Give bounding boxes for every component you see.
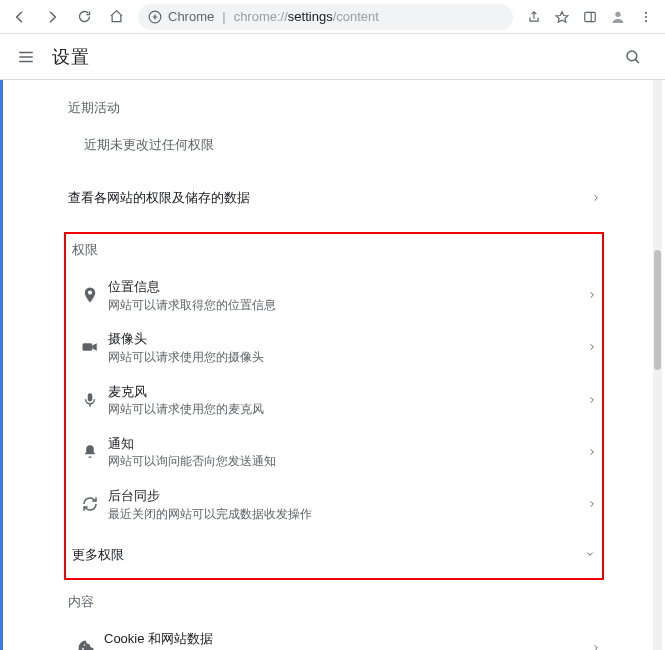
row-title: 麦克风 [108, 382, 264, 402]
row-title: 通知 [108, 434, 276, 454]
row-title: 位置信息 [108, 277, 276, 297]
svg-point-7 [645, 20, 647, 22]
search-button[interactable] [619, 43, 647, 71]
row-label: 查看各网站的权限及储存的数据 [68, 188, 250, 208]
svg-point-17 [82, 647, 84, 649]
menu-button[interactable] [12, 43, 40, 71]
permission-row-location[interactable]: 位置信息 网站可以请求取得您的位置信息 [68, 269, 600, 321]
reload-button[interactable] [70, 3, 98, 31]
svg-line-12 [635, 59, 639, 63]
permission-row-camera[interactable]: 摄像头 网站可以请求使用您的摄像头 [68, 321, 600, 373]
chevron-right-icon [592, 192, 600, 204]
back-button[interactable] [6, 3, 34, 31]
content-area: 近期活动 近期未更改过任何权限 查看各网站的权限及储存的数据 权限 [0, 80, 665, 650]
row-sub: 最近关闭的网站可以完成数据收发操作 [108, 506, 312, 523]
site-info-icon[interactable] [148, 10, 162, 24]
svg-point-11 [627, 51, 637, 61]
sync-icon [72, 495, 108, 513]
url-display: chrome://settings/content [234, 9, 379, 24]
row-sub: 网站可以询问能否向您发送通知 [108, 453, 276, 470]
svg-point-6 [645, 15, 647, 17]
chevron-right-icon [588, 394, 596, 406]
chevron-right-icon [588, 341, 596, 353]
row-title: 摄像头 [108, 329, 264, 349]
page-title: 设置 [52, 45, 90, 69]
share-button[interactable] [521, 3, 547, 31]
microphone-icon [72, 391, 108, 409]
recent-empty-text: 近期未更改过任何权限 [64, 127, 604, 174]
row-label: 更多权限 [72, 545, 124, 565]
omnibox-separator: | [222, 9, 225, 24]
omnibox[interactable]: Chrome | chrome://settings/content [138, 4, 513, 30]
svg-point-5 [645, 11, 647, 13]
row-sub: 网站可以请求使用您的摄像头 [108, 349, 264, 366]
svg-point-4 [615, 11, 620, 16]
row-sub: 网站可以请求使用您的麦克风 [108, 401, 264, 418]
row-sub: 网站可以请求取得您的位置信息 [108, 297, 276, 314]
svg-marker-14 [92, 344, 97, 352]
forward-button[interactable] [38, 3, 66, 31]
side-panel-button[interactable] [577, 3, 603, 31]
svg-marker-1 [556, 11, 568, 22]
chevron-right-icon [592, 642, 600, 650]
section-content-heading: 内容 [64, 580, 604, 621]
permission-row-microphone[interactable]: 麦克风 网站可以请求使用您的麦克风 [68, 374, 600, 426]
chevron-right-icon [588, 289, 596, 301]
kebab-menu[interactable] [633, 3, 659, 31]
more-permissions-row[interactable]: 更多权限 [68, 530, 600, 578]
svg-rect-15 [88, 393, 93, 401]
settings-header: 设置 [0, 34, 665, 80]
chevron-down-icon [584, 550, 596, 558]
browser-toolbar: Chrome | chrome://settings/content [0, 0, 665, 34]
svg-rect-2 [585, 12, 596, 21]
chevron-right-icon [588, 498, 596, 510]
home-button[interactable] [102, 3, 130, 31]
section-recent-heading: 近期活动 [64, 86, 604, 127]
permission-row-background-sync[interactable]: 后台同步 最近关闭的网站可以完成数据收发操作 [68, 478, 600, 530]
chevron-right-icon [588, 446, 596, 458]
scrollbar-thumb[interactable] [654, 250, 661, 370]
profile-button[interactable] [605, 3, 631, 31]
bookmark-button[interactable] [549, 3, 575, 31]
site-chip: Chrome [168, 9, 214, 24]
view-all-sites-row[interactable]: 查看各网站的权限及储存的数据 [64, 174, 604, 222]
row-title: Cookie 和网站数据 [104, 629, 217, 649]
camera-icon [72, 338, 108, 356]
bell-icon [72, 443, 108, 461]
permission-row-notifications[interactable]: 通知 网站可以询问能否向您发送通知 [68, 426, 600, 478]
svg-point-19 [84, 644, 86, 646]
cookie-icon [68, 639, 104, 650]
svg-rect-13 [83, 344, 93, 352]
location-icon [72, 286, 108, 304]
permissions-highlight: 权限 位置信息 网站可以请求取得您的位置信息 摄像头 网站可以请求使用您的摄像头 [64, 232, 604, 580]
row-title: 后台同步 [108, 486, 312, 506]
content-row-cookies[interactable]: Cookie 和网站数据 已阻止第三方 Cookie [64, 621, 604, 650]
section-permissions-heading: 权限 [68, 238, 600, 269]
